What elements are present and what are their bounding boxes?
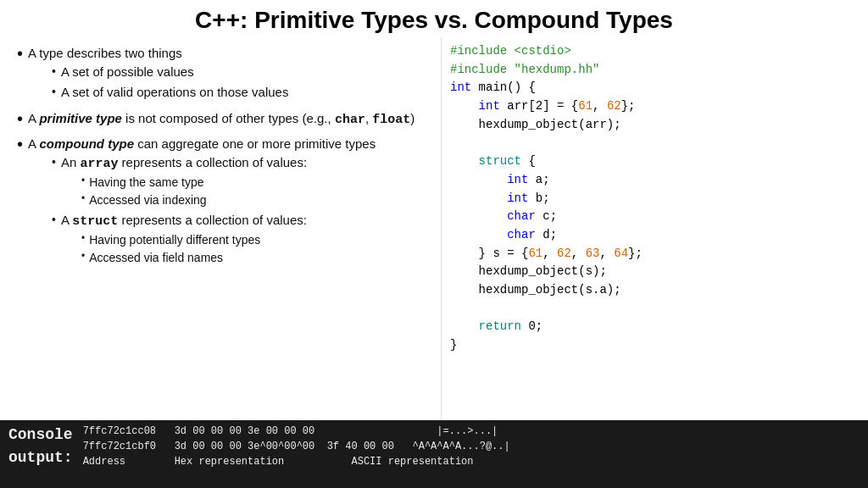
bullet-dot-3: •: [17, 133, 23, 155]
array-label: An array represents a collection of valu…: [61, 155, 307, 169]
code-hexdump-s: hexdump_object(s);: [450, 264, 607, 278]
sub-item-3-2: • A struct represents a collection of va…: [52, 211, 431, 267]
content-area: • A type describes two things • A set of…: [0, 37, 868, 420]
bullet-3-label: A compound type can aggregate one or mor…: [28, 136, 376, 151]
bullet-1-text: A type describes two things • A set of p…: [28, 44, 431, 104]
array-sub-2: • Accessed via indexing: [81, 191, 307, 208]
code-main: main() {: [471, 80, 536, 94]
code-line-15: [450, 300, 860, 319]
sub-label-3-2: A struct represents a collection of valu…: [61, 211, 307, 267]
code-field-d: d;: [536, 228, 557, 241]
struct-sub-label-1: Having potentially different types: [89, 231, 260, 248]
code-return: return: [479, 319, 521, 333]
struct-label: A struct represents a collection of valu…: [61, 213, 307, 227]
code-num-62-1: 62: [607, 99, 621, 113]
bullet-dot-2: •: [17, 108, 23, 130]
code-line-8: int a;: [450, 171, 860, 190]
array-sublist: • Having the same type • Accessed via in…: [81, 174, 307, 209]
code-line-9: int b;: [450, 190, 860, 208]
code-indent-5: [450, 209, 507, 223]
main-container: C++: Primitive Types vs. Compound Types …: [0, 0, 868, 488]
array-sub-1: • Having the same type: [81, 174, 307, 191]
console-bar: Consoleoutput: 7ffc72c1cc08 3d 00 00 00 …: [0, 420, 868, 488]
struct-sub-label-2: Accessed via field names: [89, 249, 223, 266]
code-num-61-1: 61: [578, 99, 593, 113]
code-brace-2: };: [628, 247, 643, 260]
struct-sub-2: • Accessed via field names: [81, 249, 307, 266]
sub-dot-3-1: •: [52, 153, 56, 170]
code-line-17: }: [450, 336, 860, 355]
code-line-6: [450, 134, 860, 152]
code-include-2: #include "hexdump.hh": [450, 63, 599, 76]
code-line-13: hexdump_object(s);: [450, 263, 860, 281]
code-comma-2: ,: [542, 247, 557, 260]
code-line-11: char d;: [450, 226, 860, 245]
code-line-2: #include "hexdump.hh": [450, 61, 860, 80]
bullet-2-text: A primitive type is not composed of othe…: [28, 109, 431, 130]
sub-label-1-1: A set of possible values: [61, 63, 194, 81]
code-line-7: struct {: [450, 152, 860, 171]
code-comma-4: ,: [599, 247, 614, 260]
code-int-2: int: [479, 99, 500, 113]
bullet-1-label: A type describes two things: [28, 46, 182, 60]
code-line-1: #include <cstdio>: [450, 42, 860, 61]
sub-dot-1-2: •: [52, 83, 56, 100]
console-label: Consoleoutput:: [8, 424, 73, 469]
sub-dot-1-1: •: [52, 63, 56, 80]
page-title: C++: Primitive Types vs. Compound Types: [195, 7, 673, 33]
bullet-2: • A primitive type is not composed of ot…: [17, 109, 431, 130]
struct-sublist: • Having potentially different types • A…: [81, 231, 307, 267]
code-hexdump-sa: hexdump_object(s.a);: [450, 283, 621, 297]
code-hexdump-arr: hexdump_object(arr);: [450, 118, 621, 131]
code-num-63: 63: [586, 247, 600, 260]
code-line-3: int main() {: [450, 79, 860, 97]
code-field-b: b;: [528, 191, 549, 205]
bullet-dot-1: •: [17, 42, 23, 64]
sub-label-3-1: An array represents a collection of valu…: [61, 153, 307, 209]
code-struct: struct: [479, 154, 521, 168]
code-num-64: 64: [614, 247, 628, 260]
bullet-3-sublist: • An array represents a collection of va…: [52, 153, 431, 268]
right-panel: #include <cstdio> #include "hexdump.hh" …: [441, 37, 868, 420]
code-num-62-2: 62: [557, 247, 571, 260]
bullet-2-label: A primitive type is not composed of othe…: [28, 111, 415, 125]
sub-item-1-2: • A set of valid operations on those val…: [52, 83, 431, 102]
code-line-5: hexdump_object(arr);: [450, 116, 860, 135]
bullet-1-sublist: • A set of possible values • A set of va…: [52, 63, 431, 102]
code-struct-brace: {: [521, 154, 536, 168]
code-line-14: hexdump_object(s.a);: [450, 281, 860, 300]
code-indent-3: [450, 173, 507, 186]
code-field-a: a;: [528, 173, 549, 186]
sub-item-1-1: • A set of possible values: [52, 63, 431, 81]
array-sub-label-1: Having the same type: [89, 174, 203, 191]
code-int-a: int: [507, 173, 528, 186]
code-char-d: char: [507, 228, 536, 241]
struct-sub-1: • Having potentially different types: [81, 231, 307, 248]
array-sub-dot-2: •: [81, 191, 85, 206]
sub-label-1-2: A set of valid operations on those value…: [61, 83, 289, 102]
code-comma-1: ,: [593, 99, 607, 113]
array-sub-label-2: Accessed via indexing: [89, 191, 207, 208]
code-include-1: #include <cstdio>: [450, 44, 571, 58]
code-brace-1: };: [621, 99, 636, 113]
code-closing-brace: }: [450, 338, 457, 352]
console-line-1: 7ffc72c1cc08 3d 00 00 00 3e 00 00 00 |=.…: [83, 425, 510, 468]
code-indent-7: [450, 319, 479, 333]
code-arr: arr[2] = {: [500, 99, 578, 113]
console-content: 7ffc72c1cc08 3d 00 00 00 3e 00 00 00 |=.…: [83, 424, 860, 469]
code-char-c: char: [507, 209, 536, 223]
struct-sub-dot-1: •: [81, 231, 85, 246]
code-struct-assign: } s = {: [450, 247, 528, 260]
code-int-b: int: [507, 191, 528, 205]
code-int-1: int: [450, 80, 471, 94]
code-return-val: 0;: [521, 319, 542, 333]
bullet-1: • A type describes two things • A set of…: [17, 44, 431, 104]
bullet-3-text: A compound type can aggregate one or mor…: [28, 135, 431, 270]
code-line-4: int arr[2] = {61, 62};: [450, 97, 860, 116]
array-sub-dot-1: •: [81, 174, 85, 188]
code-comma-3: ,: [571, 247, 586, 260]
code-indent-2: [450, 154, 479, 168]
left-panel: • A type describes two things • A set of…: [0, 37, 441, 420]
code-indent-4: [450, 191, 507, 205]
code-field-c: c;: [536, 209, 557, 223]
